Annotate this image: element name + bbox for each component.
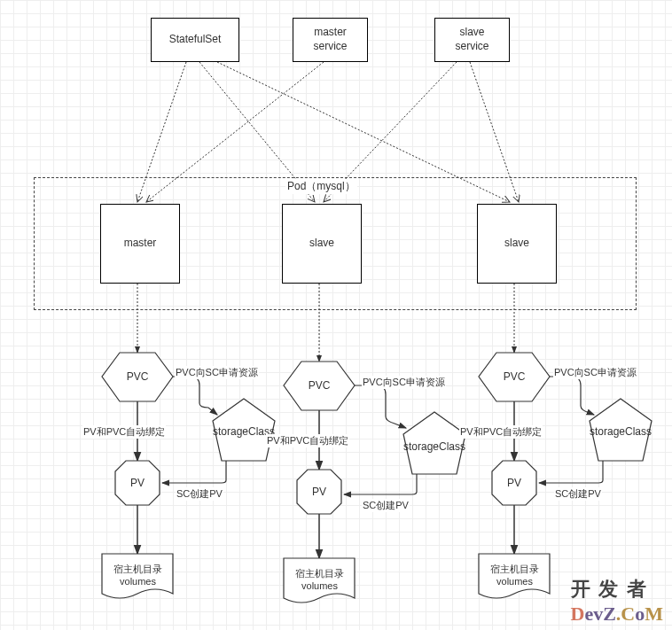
edge-pv-pvc-2: PV和PVC自动绑定 (266, 434, 349, 447)
pvc-2: PVC (306, 379, 332, 393)
edge-pv-pvc-1: PV和PVC自动绑定 (82, 425, 166, 439)
edge-pvc-sc-2: PVC向SC申请资源 (362, 376, 446, 389)
edge-pv-pvc-3: PV和PVC自动绑定 (459, 425, 543, 439)
slave-pod-1-label: slave (309, 237, 334, 251)
pv-3-label: PV (507, 477, 521, 491)
sc-2-label: storageClass (403, 440, 465, 455)
statefulset-label: StatefulSet (169, 33, 222, 47)
pvc-1-label: PVC (127, 370, 149, 385)
watermark-line2: DevZ.CoM (571, 603, 664, 626)
pv-3: PV (505, 477, 523, 491)
vol-1: 宿主机目录 volumes (105, 563, 171, 588)
vol-3: 宿主机目录 volumes (481, 563, 548, 588)
statefulset-node: StatefulSet (151, 18, 239, 62)
edge-sc-pv-1: SC创建PV (176, 487, 223, 501)
pvc-3: PVC (501, 370, 527, 385)
vol-2-label: 宿主机目录 volumes (295, 567, 344, 593)
sc-2: storageClass (403, 440, 465, 455)
pv-1-label: PV (130, 477, 145, 491)
edge-pvc-sc-3: PVC向SC申请资源 (553, 366, 637, 379)
vol-3-label: 宿主机目录 volumes (490, 563, 539, 588)
sc-3: storageClass (590, 425, 652, 439)
pv-2-label: PV (312, 486, 326, 500)
slave-service-label: slave service (455, 26, 488, 53)
pv-1: PV (129, 477, 146, 491)
diagram-svg (0, 0, 672, 630)
vol-1-label: 宿主机目录 volumes (113, 563, 162, 588)
pod-container-label: Pod（mysql） (285, 179, 357, 194)
slave-pod-2: slave (477, 204, 557, 284)
slave-service-node: slave service (434, 18, 510, 62)
pv-2: PV (310, 486, 328, 500)
master-pod-label: master (124, 237, 157, 251)
slave-pod-2-label: slave (504, 237, 529, 251)
pvc-3-label: PVC (504, 370, 526, 385)
edge-sc-pv-2: SC创建PV (362, 499, 410, 512)
pvc-2-label: PVC (309, 379, 331, 393)
master-service-label: master service (313, 26, 347, 53)
edge-sc-pv-3: SC创建PV (554, 487, 602, 501)
sc-3-label: storageClass (590, 425, 652, 439)
edge-pvc-sc-1: PVC向SC申请资源 (175, 366, 259, 379)
watermark: 开 发 者 DevZ.CoM (571, 576, 664, 626)
vol-2: 宿主机目录 volumes (286, 567, 353, 593)
pvc-1: PVC (124, 370, 151, 385)
master-service-node: master service (293, 18, 368, 62)
master-pod: master (100, 204, 180, 284)
slave-pod-1: slave (282, 204, 362, 284)
watermark-line1: 开 发 者 (571, 576, 664, 603)
